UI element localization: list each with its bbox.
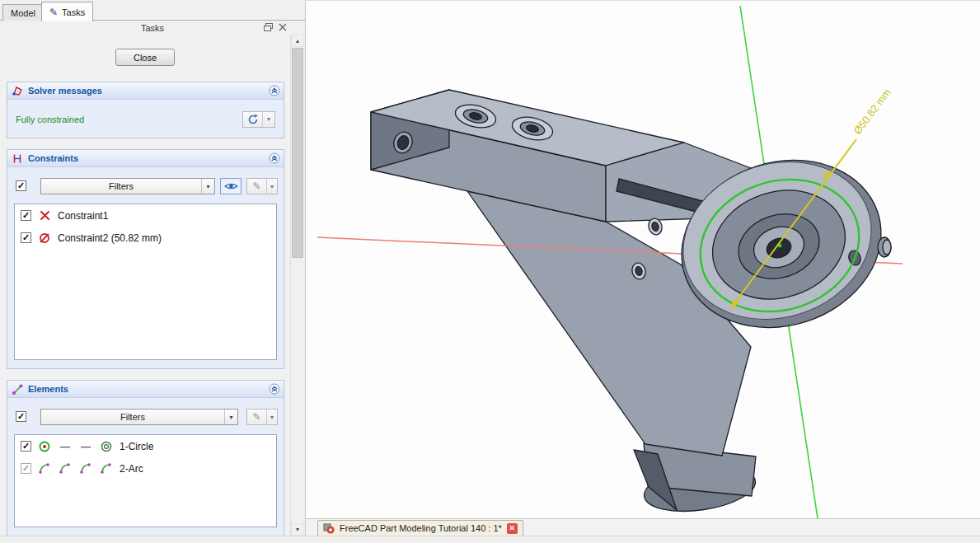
elements-settings-button[interactable]: ✎ ▾ — [246, 409, 278, 425]
constraint-row-2[interactable]: ✓ Constraint2 (50.82 mm) — [15, 227, 276, 249]
scrollbar-thumb[interactable] — [292, 48, 303, 258]
solver-messages-icon — [12, 85, 23, 96]
constraints-settings-arrow[interactable]: ▾ — [266, 179, 277, 194]
constraints-section: Constraints ✓ Filters ▾ — [7, 149, 284, 369]
close-task-button[interactable]: Close — [115, 49, 175, 66]
panel-title: Tasks — [141, 23, 164, 33]
collapse-elements-icon[interactable] — [269, 383, 280, 396]
constraints-settings-button[interactable]: ✎ ▾ — [246, 178, 278, 194]
element2-checkbox[interactable]: ✓ — [21, 463, 31, 474]
dash-icon: — — [58, 441, 73, 452]
elements-section: Elements ✓ Filters ▾ ✎ — [7, 380, 284, 536]
dash-icon: — — [78, 441, 93, 452]
constraints-filter-arrow-icon: ▾ — [201, 179, 214, 194]
freecad-window: Model ✎ Tasks Tasks Close — [0, 0, 980, 543]
solver-body: Fully constrained ▾ — [7, 100, 284, 138]
solver-messages-header[interactable]: Solver messages — [7, 82, 284, 100]
elements-title: Elements — [28, 384, 68, 394]
refresh-icon — [243, 112, 262, 127]
elements-header[interactable]: Elements — [7, 381, 284, 398]
left-dock: Model ✎ Tasks Tasks Close — [0, 0, 306, 543]
solver-messages-section: Solver messages Fully constrained — [7, 82, 284, 138]
arc-icon — [78, 462, 93, 475]
constraint-coincident-icon — [37, 209, 52, 222]
part-foot — [634, 443, 758, 517]
element1-checkbox[interactable]: ✓ — [21, 441, 31, 452]
elements-filter-label: Filters — [41, 412, 224, 422]
panel-titlebar: Tasks — [0, 21, 305, 35]
solver-messages-title: Solver messages — [28, 86, 102, 96]
arc-icon — [99, 462, 114, 475]
constraints-select-all-checkbox[interactable]: ✓ — [16, 180, 26, 191]
auto-update-button[interactable]: ▾ — [242, 111, 275, 128]
constraint-row-1[interactable]: ✓ Constraint1 — [15, 204, 276, 227]
elements-icon — [12, 383, 23, 395]
constraints-list: ✓ Constraint1 ✓ — [14, 204, 277, 360]
element1-label: 1-Circle — [120, 441, 153, 452]
scroll-up-icon[interactable]: ▲ — [291, 35, 304, 47]
circle-ring-icon — [99, 440, 114, 453]
element-row-arc[interactable]: ✓ — [15, 457, 276, 480]
collapse-solver-icon[interactable] — [269, 85, 280, 98]
viewport-pane: Ø50.82 mm FreeCAD Part Modeling Tutorial… — [306, 0, 980, 543]
constraints-icon — [12, 152, 23, 164]
constraints-filter-combobox[interactable]: Filters ▾ — [40, 178, 215, 194]
constraint1-label: Constraint1 — [58, 210, 108, 222]
pencil-icon: ✎ — [49, 7, 58, 17]
scroll-down-icon[interactable]: ▼ — [291, 523, 304, 536]
tab-tasks-label: Tasks — [62, 7, 85, 17]
dimension-label[interactable]: Ø50.82 mm — [851, 87, 893, 137]
dock-tabbar: Model ✎ Tasks — [0, 0, 305, 21]
float-panel-icon[interactable] — [264, 23, 273, 31]
constraints-body: ✓ Filters ▾ ✎ ▾ — [7, 167, 284, 368]
elements-list: ✓ — — — [14, 434, 277, 527]
elements-filter-arrow-icon: ▾ — [224, 410, 237, 424]
constraints-header[interactable]: Constraints — [7, 150, 284, 167]
document-tab-label: FreeCAD Part Modeling Tutorial 140 : 1* — [340, 523, 502, 533]
close-document-icon[interactable]: ✕ — [507, 523, 518, 534]
constraints-filter-label: Filters — [41, 181, 201, 191]
document-tab[interactable]: FreeCAD Part Modeling Tutorial 140 : 1* … — [317, 520, 523, 536]
solver-status: Fully constrained — [16, 115, 84, 124]
elements-settings-arrow[interactable]: ▾ — [266, 410, 277, 424]
edit-pen-icon: ✎ — [247, 179, 266, 194]
constraint2-checkbox[interactable]: ✓ — [21, 232, 31, 243]
edit-pen-icon: ✎ — [247, 410, 266, 424]
elements-select-all-checkbox[interactable]: ✓ — [16, 411, 26, 422]
constraint1-checkbox[interactable]: ✓ — [21, 210, 31, 221]
constraint-diameter-icon — [37, 232, 52, 245]
tab-tasks[interactable]: ✎ Tasks — [41, 2, 93, 21]
3d-viewport[interactable]: Ø50.82 mm — [306, 1, 980, 518]
element2-label: 2-Arc — [120, 463, 143, 475]
constraint2-label: Constraint2 (50.82 mm) — [58, 232, 162, 244]
tab-model-label: Model — [11, 8, 35, 18]
show-hide-constraints-button[interactable] — [220, 178, 241, 194]
collapse-constraints-icon[interactable] — [269, 152, 280, 166]
circle-edge-icon — [37, 440, 52, 453]
element-row-circle[interactable]: ✓ — — — [15, 435, 276, 457]
tasks-panel: Close Solver messages — [0, 35, 290, 536]
arc-icon — [37, 462, 52, 475]
panel-scrollbar[interactable]: ▲ ▼ — [290, 35, 304, 536]
close-panel-icon[interactable] — [279, 23, 287, 31]
eye-icon — [224, 181, 238, 191]
constraints-title: Constraints — [28, 153, 78, 163]
freecad-doc-icon — [323, 522, 335, 534]
document-tabbar: FreeCAD Part Modeling Tutorial 140 : 1* … — [306, 518, 980, 536]
arc-icon — [58, 462, 73, 475]
elements-body: ✓ Filters ▾ ✎ ▾ ✓ — [7, 398, 284, 536]
tab-model[interactable]: Model — [2, 4, 44, 21]
refresh-dropdown-arrow[interactable]: ▾ — [262, 112, 274, 127]
status-bar — [0, 536, 980, 543]
elements-filter-combobox[interactable]: Filters ▾ — [40, 409, 238, 425]
